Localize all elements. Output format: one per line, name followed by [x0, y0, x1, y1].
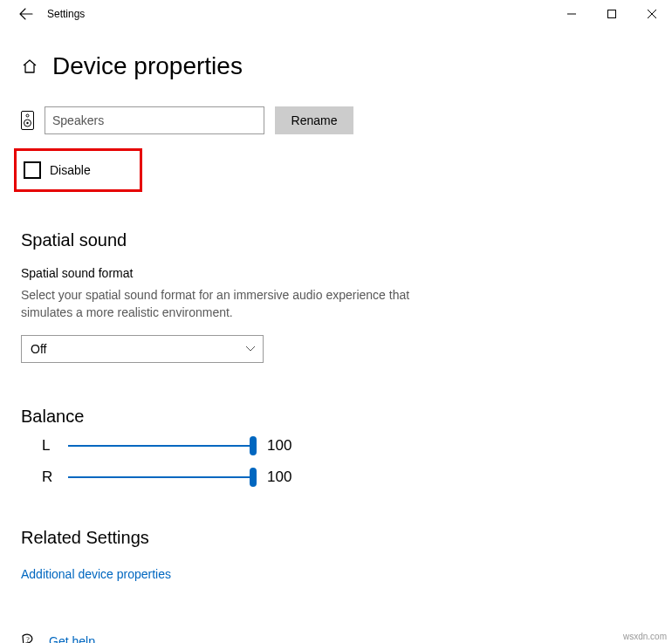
balance-left-row: L 100 — [21, 437, 651, 455]
disable-checkbox[interactable] — [24, 161, 41, 179]
balance-right-slider[interactable] — [68, 476, 253, 479]
spatial-format-label: Spatial sound format — [21, 266, 651, 280]
disable-checkbox-row[interactable]: Disable — [14, 148, 142, 192]
get-help-link[interactable]: Get help — [49, 634, 95, 643]
home-icon-svg — [21, 58, 38, 75]
app-title: Settings — [44, 8, 85, 20]
home-icon[interactable] — [21, 58, 38, 75]
balance-left-label: L — [42, 437, 54, 455]
chevron-down-icon — [245, 345, 256, 352]
balance-right-label: R — [42, 469, 54, 486]
back-button[interactable] — [9, 0, 44, 28]
minimize-button[interactable] — [552, 0, 592, 28]
slider-thumb[interactable] — [250, 468, 257, 487]
svg-rect-1 — [608, 10, 616, 18]
balance-left-slider[interactable] — [68, 445, 253, 448]
balance-left-value: 100 — [267, 437, 291, 455]
disable-label: Disable — [50, 163, 91, 177]
spatial-format-select[interactable]: Off — [21, 335, 264, 363]
close-button[interactable] — [632, 0, 672, 28]
back-arrow-icon — [19, 7, 33, 21]
page-title: Device properties — [52, 52, 243, 80]
content-area: Device properties Rename Disable Spatial… — [0, 28, 672, 643]
balance-heading: Balance — [21, 407, 651, 427]
spatial-sound-heading: Spatial sound — [21, 230, 651, 250]
get-help-row: ? Get help — [21, 633, 651, 643]
help-links-section: ? Get help Give feedback — [21, 633, 651, 643]
rename-button[interactable]: Rename — [275, 106, 353, 134]
watermark: wsxdn.com — [623, 632, 667, 641]
additional-device-properties-link[interactable]: Additional device properties — [21, 567, 171, 581]
speaker-icon — [21, 111, 34, 130]
maximize-button[interactable] — [592, 0, 632, 28]
balance-right-value: 100 — [267, 469, 291, 486]
related-settings-heading: Related Settings — [21, 528, 651, 548]
page-header: Device properties — [21, 52, 651, 80]
svg-point-5 — [26, 122, 28, 124]
spatial-format-description: Select your spatial sound format for an … — [21, 287, 431, 321]
help-icon: ? — [21, 633, 37, 643]
device-name-input[interactable] — [45, 106, 264, 134]
slider-thumb[interactable] — [250, 436, 257, 455]
titlebar: Settings — [0, 0, 672, 28]
close-icon — [648, 10, 656, 18]
balance-right-row: R 100 — [21, 469, 651, 486]
device-name-row: Rename — [21, 106, 651, 134]
svg-point-3 — [26, 114, 29, 117]
minimize-icon — [567, 10, 576, 18]
window-controls — [552, 0, 672, 28]
svg-text:?: ? — [26, 636, 30, 643]
spatial-format-value: Off — [31, 342, 46, 356]
related-settings-section: Related Settings Additional device prope… — [21, 528, 651, 581]
maximize-icon — [607, 10, 616, 18]
